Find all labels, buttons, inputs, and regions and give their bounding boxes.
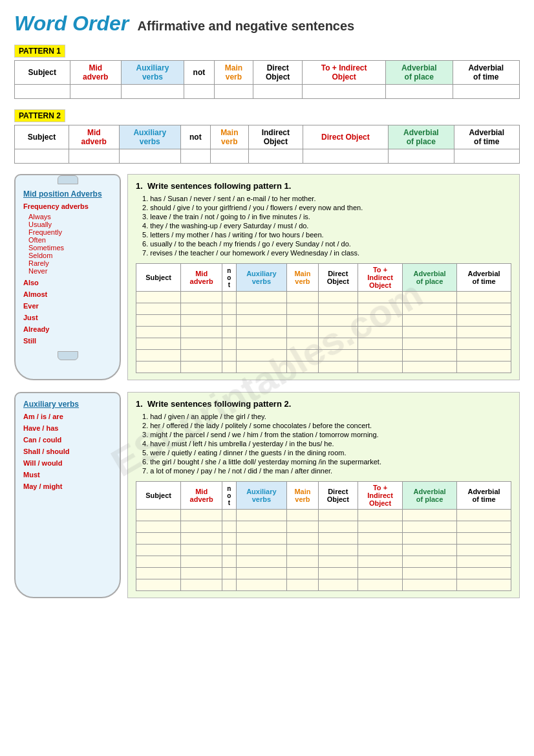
sidebar2-am: Am / is / are: [23, 413, 112, 420]
table-row: [136, 545, 181, 556]
p1-col-aux: Auxiliaryverbs: [121, 61, 184, 85]
pattern2-table: Subject Midadverb Auxiliaryverbs not Mai…: [14, 125, 520, 164]
exercise1-content: 1. Write sentences following pattern 1. …: [127, 174, 520, 380]
sidebar2-must: Must: [23, 471, 112, 479]
it2-h-aux: Auxiliaryverbs: [236, 482, 287, 510]
p2-col-subject: Subject: [15, 125, 69, 149]
title-word-order: Word Order: [14, 12, 129, 35]
it1-h-aux: Auxiliaryverbs: [236, 264, 287, 292]
it1-h-main: Mainverb: [287, 264, 318, 292]
pattern1-table: Subject Midadverb Auxiliaryverbs not Mai…: [14, 60, 520, 99]
sidebar2-may: May / might: [23, 482, 112, 490]
ex1-item5: letters / my mother / has / writing / fo…: [142, 231, 511, 239]
it1-h-not: not: [222, 264, 236, 292]
sidebar1-also: Also: [23, 279, 112, 286]
sidebar1-item-rarely: Rarely: [23, 259, 112, 267]
sidebar1-item-seldom: Seldom: [23, 252, 112, 259]
sidebar1-item-always: Always: [23, 213, 112, 221]
ex1-item3: leave / the train / not / going to / in …: [142, 213, 511, 221]
sidebar1: Mid position Adverbs Frequency adverbs A…: [14, 174, 121, 380]
ex2-item7: a lot of money / pay / he / not / did / …: [142, 467, 511, 475]
table-row: [136, 303, 181, 315]
exercise1-section: Mid position Adverbs Frequency adverbs A…: [14, 174, 520, 380]
exercise1-list: has / Susan / never / sent / an e-mail /…: [136, 195, 511, 257]
table-row: [136, 579, 181, 591]
p1-col-indirect: To + IndirectObject: [303, 61, 386, 85]
p1-col-place: Adverbialof place: [386, 61, 453, 85]
it2-h-main: Mainverb: [287, 482, 318, 510]
p2-col-mid: Midadverb: [69, 125, 119, 149]
sidebar2-shall: Shall / should: [23, 448, 112, 455]
it2-h-not: not: [222, 482, 236, 510]
table-row: [136, 327, 181, 338]
exercise2-content: 1. Write sentences following pattern 2. …: [127, 392, 520, 598]
it1-h-subject: Subject: [136, 264, 181, 292]
p2-col-aux: Auxiliaryverbs: [119, 125, 180, 149]
p1-col-subject: Subject: [15, 61, 70, 85]
sidebar1-ever: Ever: [23, 302, 112, 310]
exercise2-title: 1. Write sentences following pattern 2.: [136, 399, 511, 409]
pattern1-section: PATTERN 1 Subject Midadverb Auxiliaryver…: [14, 45, 520, 99]
sidebar1-still: Still: [23, 337, 112, 345]
pattern1-label: PATTERN 1: [14, 45, 65, 58]
p2-col-time: Adverbialof time: [454, 125, 519, 149]
ex1-item4: they / the washing-up / every Saturday /…: [142, 222, 511, 230]
exercise2-section: Auxiliary verbs Am / is / are Have / has…: [14, 392, 520, 598]
p2-col-not: not: [180, 125, 210, 149]
it1-h-direct: DirectObject: [318, 264, 358, 292]
table-row: [136, 510, 181, 521]
it2-h-mid: Midadverb: [181, 482, 222, 510]
it2-h-direct: DirectObject: [318, 482, 358, 510]
table-row: [136, 556, 181, 568]
sidebar1-subtitle: Frequency adverbs: [23, 202, 112, 210]
ex2-item1: had / given / an apple / the girl / they…: [142, 413, 511, 420]
it2-h-subject: Subject: [136, 482, 181, 510]
page-title: Word Order Affirmative and negative sent…: [14, 12, 520, 36]
it1-h-mid: Midadverb: [181, 264, 222, 292]
sidebar1-item-sometimes: Sometimes: [23, 244, 112, 252]
exercise2-list: had / given / an apple / the girl / they…: [136, 413, 511, 475]
sidebar1-almost: Almost: [23, 290, 112, 298]
p2-col-direct-obj: Direct Object: [303, 125, 388, 149]
sidebar2-can: Can / could: [23, 436, 112, 444]
table-row: [136, 521, 181, 533]
table-row: [136, 568, 181, 579]
p1-col-direct: DirectObject: [253, 61, 303, 85]
sidebar1-item-often: Often: [23, 236, 112, 244]
sidebar1-title: Mid position Adverbs: [23, 189, 112, 199]
table-row: [136, 338, 181, 350]
table-row: [136, 292, 181, 303]
ex2-item2: her / offered / the lady / politely / so…: [142, 422, 511, 429]
ex2-item6: the girl / bought / she / a little doll/…: [142, 458, 511, 466]
sidebar2-have: Have / has: [23, 424, 112, 432]
it2-h-indirect: To +IndirectObject: [358, 482, 402, 510]
table-row: [136, 533, 181, 545]
p2-col-place: Adverbialof place: [389, 125, 454, 149]
sidebar2-will: Will / would: [23, 459, 112, 467]
exercise2-answer-table: Subject Midadverb not Auxiliaryverbs Mai…: [136, 481, 511, 591]
table-row: [136, 350, 181, 362]
p1-col-not: not: [184, 61, 215, 85]
ex2-item5: were / quietly / eating / dinner / the g…: [142, 449, 511, 457]
it2-h-place: Adverbialof place: [403, 482, 457, 510]
it1-h-place: Adverbialof place: [403, 264, 457, 292]
exercise1-title: 1. Write sentences following pattern 1.: [136, 181, 511, 191]
sidebar1-item-never: Never: [23, 267, 112, 275]
sidebar1-item-frequently: Frequently: [23, 228, 112, 236]
sidebar1-just: Just: [23, 314, 112, 321]
p1-col-time: Adverbialof time: [453, 61, 520, 85]
sidebar1-already: Already: [23, 325, 112, 333]
p1-col-mid: Midadverb: [70, 61, 121, 85]
exercise1-answer-table: Subject Midadverb not Auxiliaryverbs Mai…: [136, 263, 511, 373]
it2-h-time: Adverbialof time: [457, 482, 511, 510]
ex1-item2: should / give / to your girlfriend / you…: [142, 204, 511, 211]
pattern2-section: PATTERN 2 Subject Midadverb Auxiliaryver…: [14, 109, 520, 164]
pattern2-label: PATTERN 2: [14, 109, 65, 122]
it1-h-time: Adverbialof time: [457, 264, 511, 292]
p1-col-main: Mainverb: [214, 61, 253, 85]
table-row: [136, 362, 181, 373]
sidebar1-item-usually: Usually: [23, 221, 112, 228]
sidebar2-title: Auxiliary verbs: [23, 400, 112, 409]
it1-h-indirect: To +IndirectObject: [358, 264, 402, 292]
ex1-item1: has / Susan / never / sent / an e-mail /…: [142, 195, 511, 202]
